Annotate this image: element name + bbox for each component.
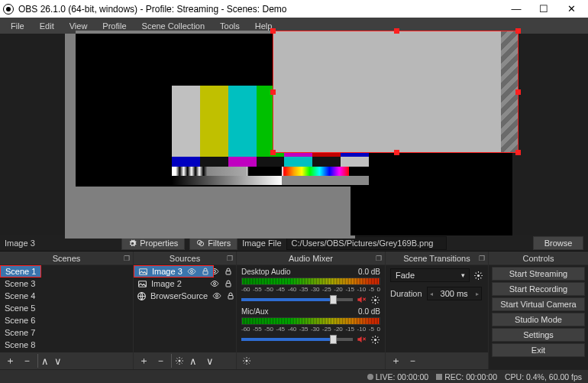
scene-down-button[interactable]: ∨ [50, 354, 66, 368]
remove-scene-button[interactable]: － [19, 354, 34, 368]
sources-list[interactable]: Image 4Image 3Image 2BrowserSource [134, 265, 236, 302]
source-item[interactable]: Image 2 [134, 278, 236, 290]
browse-button[interactable]: Browse [533, 236, 583, 250]
add-scene-button[interactable]: ＋ [2, 354, 18, 368]
scene-item[interactable]: Scene 1 [0, 265, 41, 278]
transition-settings-button[interactable] [473, 270, 483, 281]
add-transition-button[interactable]: ＋ [388, 354, 403, 368]
mixer-body: Desktop Audio0.0 dB-60-55-50-45-40-35-30… [237, 265, 385, 352]
svg-point-17 [246, 360, 248, 362]
scene-item[interactable]: Scene 6 [0, 314, 133, 326]
chevron-left-icon[interactable]: ◂ [430, 290, 433, 297]
svg-rect-13 [228, 296, 233, 300]
preview-canvas[interactable] [76, 34, 512, 235]
controls-dock: Controls Start StreamingStart RecordingS… [489, 252, 588, 369]
speaker-muted-icon[interactable] [356, 294, 367, 305]
start-streaming-button[interactable]: Start Streaming [492, 267, 585, 281]
lock-toggle[interactable] [224, 279, 233, 288]
mixer-toolbar [237, 352, 385, 369]
visibility-toggle[interactable] [186, 267, 197, 276]
volume-slider[interactable] [241, 298, 353, 301]
window-titlebar: OBS 26.1.0 (64-bit, windows) - Profile: … [0, 0, 588, 18]
speaker-muted-icon[interactable] [356, 334, 367, 345]
status-bar: LIVE: 00:00:00 REC: 00:00:00 CPU: 0.4%, … [0, 369, 588, 383]
settings-button[interactable]: Settings [492, 328, 585, 342]
transitions-dock: Scene Transitions❐ Fade▾ Duration ◂ 300 … [386, 252, 489, 369]
channel-settings-button[interactable] [370, 294, 380, 305]
menu-edit[interactable]: Edit [32, 19, 62, 33]
svg-point-6 [190, 271, 192, 273]
cpu-status: CPU: 0.4%, 60.00 fps [505, 372, 582, 381]
filters-icon [196, 239, 205, 248]
exit-button[interactable]: Exit [492, 343, 585, 357]
channel-name: Desktop Audio [241, 268, 291, 276]
remove-transition-button[interactable]: － [405, 354, 420, 368]
source-down-button[interactable]: ∨ [202, 354, 218, 368]
scenes-list[interactable]: Scene 1Scene 2Scene 3Scene 4Scene 5Scene… [0, 265, 133, 351]
lock-toggle[interactable] [224, 267, 233, 276]
studio-mode-button[interactable]: Studio Mode [492, 313, 585, 326]
menu-file[interactable]: File [3, 19, 32, 33]
svg-point-9 [214, 283, 216, 285]
controls-title: Controls [523, 254, 554, 263]
selection-outline[interactable] [273, 31, 519, 153]
scene-up-button[interactable]: ∧ [37, 354, 49, 368]
popout-icon[interactable]: ❐ [376, 255, 382, 262]
chevron-down-icon: ▾ [461, 271, 465, 279]
duration-input[interactable]: ◂ 300 ms ▸ [427, 287, 482, 300]
scenes-title: Scenes [53, 254, 81, 263]
globe-icon [137, 290, 147, 301]
audio-mixer-dock: Audio Mixer❐ Desktop Audio0.0 dB-60-55-5… [237, 252, 386, 369]
source-properties-button[interactable] [171, 354, 184, 368]
source-item[interactable]: BrowserSource [134, 290, 236, 302]
svg-point-12 [216, 295, 218, 297]
scene-item[interactable]: Scene 8 [0, 339, 133, 351]
image-icon [137, 266, 148, 277]
start-virtual-camera-button[interactable]: Start Virtual Camera [492, 297, 585, 311]
remove-source-button[interactable]: － [153, 354, 168, 368]
popout-icon[interactable]: ❐ [227, 255, 233, 262]
docks-row: Scenes❐ Scene 1Scene 2Scene 3Scene 4Scen… [0, 252, 588, 369]
transitions-toolbar: ＋ － [386, 352, 488, 369]
source-label: Image 3 [152, 267, 183, 276]
scene-item[interactable]: Scene 7 [0, 326, 133, 339]
app-icon [3, 4, 14, 15]
mixer-channel: Desktop Audio0.0 dB-60-55-50-45-40-35-30… [237, 265, 385, 305]
scene-item[interactable]: Scene 5 [0, 302, 133, 314]
source-item[interactable]: Image 3 [134, 265, 214, 278]
close-button[interactable]: ✕ [557, 1, 585, 18]
visibility-toggle[interactable] [212, 291, 222, 300]
live-status: LIVE: 00:00:00 [367, 372, 428, 381]
svg-rect-7 [203, 271, 208, 275]
sources-title: Sources [170, 254, 200, 263]
source-up-button[interactable]: ∧ [186, 354, 201, 368]
mixer-settings-button[interactable] [239, 354, 254, 368]
transition-select[interactable]: Fade▾ [390, 268, 470, 282]
scene-item[interactable]: Scene 3 [0, 278, 133, 290]
channel-settings-button[interactable] [370, 334, 380, 345]
mixer-channel: Mic/Aux0.0 dB-60-55-50-45-40-35-30-25-20… [237, 305, 385, 345]
source-label: BrowserSource [150, 291, 208, 300]
chevron-right-icon[interactable]: ▸ [476, 290, 479, 297]
channel-db: 0.0 dB [358, 307, 380, 316]
svg-point-3 [214, 271, 216, 273]
scene-item[interactable]: Scene 4 [0, 290, 133, 302]
controls-body: Start StreamingStart RecordingStart Virt… [489, 265, 588, 369]
lock-toggle[interactable] [226, 291, 235, 300]
svg-rect-4 [226, 271, 231, 275]
minimize-button[interactable]: — [502, 1, 530, 18]
preview-area[interactable] [0, 34, 588, 235]
maximize-button[interactable]: ☐ [530, 1, 557, 18]
start-recording-button[interactable]: Start Recording [492, 282, 585, 296]
lock-toggle[interactable] [201, 267, 210, 276]
mixer-title: Audio Mixer [289, 254, 333, 263]
svg-point-15 [373, 299, 376, 301]
popout-icon[interactable]: ❐ [124, 255, 130, 262]
volume-slider[interactable] [241, 338, 353, 341]
svg-point-18 [477, 274, 479, 277]
source-label: Image 2 [151, 279, 205, 288]
popout-icon[interactable]: ❐ [479, 255, 485, 262]
channel-name: Mic/Aux [241, 307, 269, 316]
add-source-button[interactable]: ＋ [136, 354, 151, 368]
visibility-toggle[interactable] [209, 279, 220, 288]
